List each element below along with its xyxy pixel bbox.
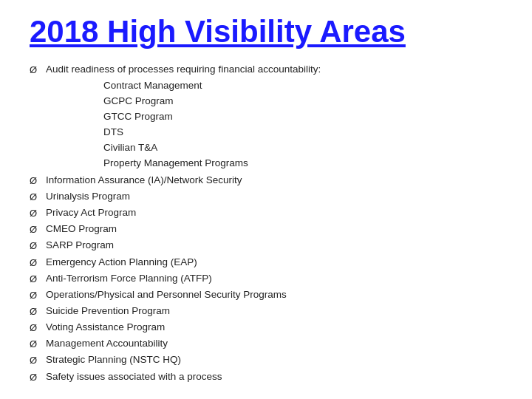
bullet-marker: Ø (30, 287, 46, 303)
bullets-list: ØInformation Assurance (IA)/Network Secu… (30, 173, 502, 385)
bullet-text: Suicide Prevention Program (46, 304, 502, 319)
bullet-text: Voting Assistance Program (46, 320, 502, 335)
intro-bullet: Ø Audit readiness of processes requiring… (30, 62, 502, 78)
list-item: ØSuicide Prevention Program (30, 304, 502, 319)
intro-bullet-marker: Ø (30, 62, 46, 78)
bullet-marker: Ø (30, 304, 46, 319)
sub-item: DTS (103, 125, 502, 140)
list-item: ØInformation Assurance (IA)/Network Secu… (30, 173, 502, 188)
bullet-text: Information Assurance (IA)/Network Secur… (46, 173, 502, 188)
list-item: ØStrategic Planning (NSTC HQ) (30, 352, 502, 368)
list-item: ØVoting Assistance Program (30, 320, 502, 335)
bullet-text: Anti-Terrorism Force Planning (ATFP) (46, 271, 502, 287)
sub-item: GTCC Program (103, 109, 502, 125)
bullet-text: Privacy Act Program (46, 205, 502, 221)
list-item: ØOperations/Physical and Personnel Secur… (30, 287, 502, 303)
bullet-marker: Ø (30, 255, 46, 270)
bullet-text: Strategic Planning (NSTC HQ) (46, 352, 502, 368)
list-item: ØUrinalysis Program (30, 189, 502, 205)
sub-items-list: Contract ManagementGCPC ProgramGTCC Prog… (103, 78, 502, 171)
list-item: ØCMEO Program (30, 222, 502, 237)
bullet-marker: Ø (30, 173, 46, 188)
sub-item: Property Management Programs (103, 156, 502, 171)
content-area: Ø Audit readiness of processes requiring… (30, 62, 502, 385)
bullet-text: Safety issues associated with a process (46, 369, 502, 385)
sub-item: Civilian T&A (103, 140, 502, 156)
list-item: ØEmergency Action Planning (EAP) (30, 255, 502, 270)
list-item: ØManagement Accountability (30, 336, 502, 352)
sub-item: GCPC Program (103, 94, 502, 109)
sub-item: Contract Management (103, 78, 502, 94)
list-item: ØSARP Program (30, 238, 502, 253)
bullet-marker: Ø (30, 238, 46, 253)
bullet-marker: Ø (30, 205, 46, 221)
bullet-text: Urinalysis Program (46, 189, 502, 205)
bullet-marker: Ø (30, 320, 46, 335)
bullet-marker: Ø (30, 189, 46, 205)
list-item: ØPrivacy Act Program (30, 205, 502, 221)
bullet-text: Operations/Physical and Personnel Securi… (46, 287, 502, 303)
list-item: ØAnti-Terrorism Force Planning (ATFP) (30, 271, 502, 287)
bullet-text: SARP Program (46, 238, 502, 253)
bullet-marker: Ø (30, 352, 46, 368)
bullet-marker: Ø (30, 369, 46, 385)
page-title: 2018 High Visibility Areas (30, 15, 502, 49)
bullet-text: Management Accountability (46, 336, 502, 352)
bullet-marker: Ø (30, 222, 46, 237)
bullet-marker: Ø (30, 271, 46, 287)
bullet-marker: Ø (30, 336, 46, 352)
bullet-text: Emergency Action Planning (EAP) (46, 255, 502, 270)
intro-bullet-text: Audit readiness of processes requiring f… (46, 62, 502, 78)
list-item: ØSafety issues associated with a process (30, 369, 502, 385)
bullet-text: CMEO Program (46, 222, 502, 237)
